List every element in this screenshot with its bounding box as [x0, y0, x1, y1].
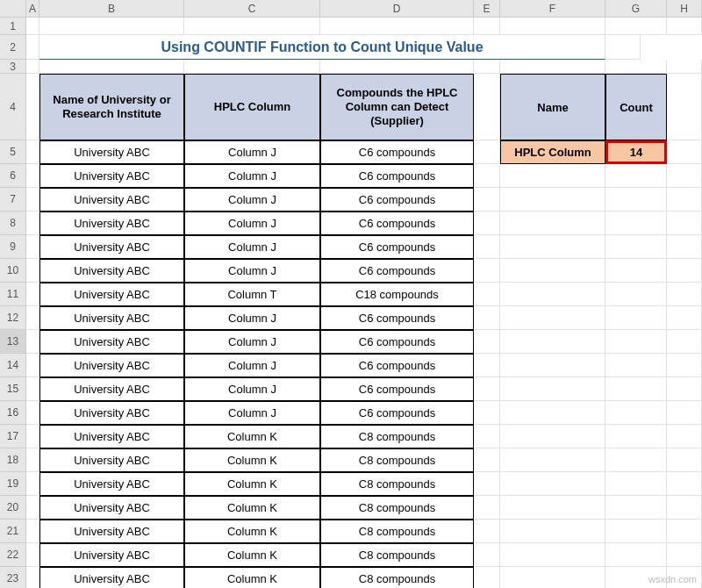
cell[interactable]	[667, 448, 702, 472]
cell-university[interactable]: University ABC	[39, 448, 184, 472]
cell[interactable]	[605, 496, 667, 520]
cell[interactable]	[474, 330, 500, 354]
cell[interactable]	[26, 306, 39, 330]
table-header-hplc[interactable]: HPLC Column	[184, 74, 320, 140]
cell[interactable]	[500, 377, 605, 401]
cell[interactable]	[605, 448, 667, 472]
row-header[interactable]: 6	[0, 164, 25, 188]
col-header-b[interactable]: B	[39, 0, 184, 18]
row-header[interactable]: 10	[0, 259, 25, 283]
cell[interactable]	[474, 401, 500, 425]
cell[interactable]	[500, 259, 605, 283]
cell[interactable]	[474, 306, 500, 330]
cell[interactable]	[26, 235, 39, 259]
row-header[interactable]: 11	[0, 283, 25, 306]
cell[interactable]	[605, 330, 667, 354]
side-header-name[interactable]: Name	[500, 74, 605, 140]
side-value-count[interactable]: 14	[605, 140, 667, 164]
cell[interactable]	[26, 377, 39, 401]
cell[interactable]	[500, 354, 605, 377]
cell-compounds[interactable]: C6 compounds	[320, 377, 474, 401]
cell[interactable]	[26, 496, 39, 520]
cell-hplc[interactable]: Column J	[184, 164, 320, 188]
cell[interactable]	[26, 567, 39, 588]
cell-compounds[interactable]: C6 compounds	[320, 188, 474, 212]
cell[interactable]	[26, 354, 39, 377]
cell[interactable]	[39, 60, 184, 74]
cell[interactable]	[474, 140, 500, 164]
cell[interactable]	[605, 164, 667, 188]
row-header[interactable]: 9	[0, 235, 25, 259]
cell[interactable]	[667, 306, 702, 330]
cell[interactable]	[500, 448, 605, 472]
row-header[interactable]: 22	[0, 543, 25, 567]
cell[interactable]	[39, 18, 184, 35]
cell-hplc[interactable]: Column K	[184, 567, 320, 588]
cell[interactable]	[667, 188, 702, 212]
cell[interactable]	[26, 140, 39, 164]
cell-compounds[interactable]: C6 compounds	[320, 212, 474, 235]
cell-hplc[interactable]: Column J	[184, 259, 320, 283]
cell[interactable]	[667, 18, 702, 35]
cell[interactable]	[500, 567, 605, 588]
cell[interactable]	[474, 354, 500, 377]
cell-hplc[interactable]: Column K	[184, 448, 320, 472]
cell[interactable]	[474, 425, 500, 448]
cell-compounds[interactable]: C8 compounds	[320, 543, 474, 567]
cell-compounds[interactable]: C8 compounds	[320, 472, 474, 496]
cell-hplc[interactable]: Column J	[184, 212, 320, 235]
cell-compounds[interactable]: C8 compounds	[320, 496, 474, 520]
cell[interactable]	[474, 235, 500, 259]
row-header[interactable]: 1	[0, 18, 25, 35]
cell[interactable]	[500, 520, 605, 543]
cell[interactable]	[605, 235, 667, 259]
cell-hplc[interactable]: Column J	[184, 354, 320, 377]
cell[interactable]	[667, 472, 702, 496]
col-header-h[interactable]: H	[667, 0, 702, 18]
cell[interactable]	[26, 330, 39, 354]
cell[interactable]	[474, 212, 500, 235]
cell-university[interactable]: University ABC	[39, 140, 184, 164]
row-header[interactable]: 14	[0, 354, 25, 377]
cell-compounds[interactable]: C8 compounds	[320, 520, 474, 543]
cell[interactable]	[474, 74, 500, 140]
row-header[interactable]: 21	[0, 520, 25, 543]
cell-compounds[interactable]: C8 compounds	[320, 448, 474, 472]
cell[interactable]	[26, 401, 39, 425]
row-header[interactable]: 3	[0, 60, 25, 74]
row-header[interactable]: 19	[0, 472, 25, 496]
cell[interactable]	[26, 472, 39, 496]
row-header[interactable]: 13	[0, 330, 25, 354]
cell[interactable]	[184, 60, 320, 74]
cell[interactable]	[667, 60, 702, 74]
cell-hplc[interactable]: Column K	[184, 520, 320, 543]
cell[interactable]	[667, 235, 702, 259]
table-header-university[interactable]: Name of University or Research Institute	[39, 74, 184, 140]
cell[interactable]	[667, 543, 702, 567]
page-title[interactable]: Using COUNTIF Function to Count Unique V…	[39, 35, 605, 60]
cell-university[interactable]: University ABC	[39, 567, 184, 588]
cell-hplc[interactable]: Column K	[184, 496, 320, 520]
cell-compounds[interactable]: C6 compounds	[320, 306, 474, 330]
cell[interactable]	[474, 543, 500, 567]
cell-compounds[interactable]: C8 compounds	[320, 425, 474, 448]
cell[interactable]	[26, 543, 39, 567]
cell[interactable]	[500, 283, 605, 306]
cell-hplc[interactable]: Column K	[184, 472, 320, 496]
cell-university[interactable]: University ABC	[39, 283, 184, 306]
cell-university[interactable]: University ABC	[39, 520, 184, 543]
row-header[interactable]: 20	[0, 496, 25, 520]
cell[interactable]	[500, 188, 605, 212]
cell[interactable]	[500, 306, 605, 330]
cell[interactable]	[605, 306, 667, 330]
cell[interactable]	[26, 448, 39, 472]
cell[interactable]	[500, 425, 605, 448]
row-header[interactable]: 7	[0, 188, 25, 212]
table-header-compounds[interactable]: Compounds the HPLC Column can Detect (Su…	[320, 74, 474, 140]
cell[interactable]	[667, 425, 702, 448]
cell[interactable]	[605, 401, 667, 425]
cell-university[interactable]: University ABC	[39, 377, 184, 401]
row-header[interactable]: 2	[0, 35, 25, 60]
cell[interactable]	[667, 283, 702, 306]
cell[interactable]	[667, 164, 702, 188]
